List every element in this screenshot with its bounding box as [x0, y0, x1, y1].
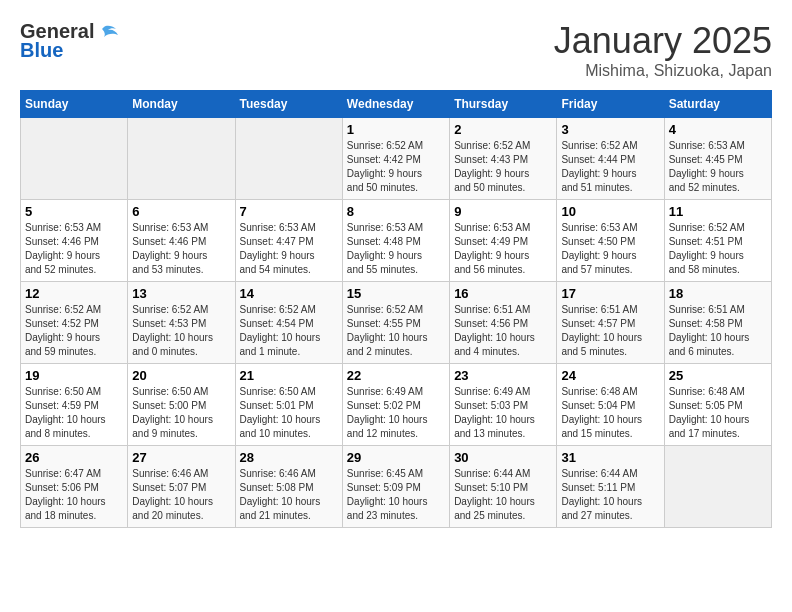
day-cell: 4Sunrise: 6:53 AM Sunset: 4:45 PM Daylig…: [664, 118, 771, 200]
location: Mishima, Shizuoka, Japan: [554, 62, 772, 80]
day-info: Sunrise: 6:52 AM Sunset: 4:53 PM Dayligh…: [132, 303, 230, 359]
column-header-friday: Friday: [557, 91, 664, 118]
day-number: 2: [454, 122, 552, 137]
day-cell: 5Sunrise: 6:53 AM Sunset: 4:46 PM Daylig…: [21, 200, 128, 282]
day-info: Sunrise: 6:53 AM Sunset: 4:49 PM Dayligh…: [454, 221, 552, 277]
day-cell: 17Sunrise: 6:51 AM Sunset: 4:57 PM Dayli…: [557, 282, 664, 364]
month-title: January 2025: [554, 20, 772, 62]
logo-bird-icon: [96, 23, 118, 41]
day-info: Sunrise: 6:50 AM Sunset: 5:01 PM Dayligh…: [240, 385, 338, 441]
day-number: 15: [347, 286, 445, 301]
day-cell: 2Sunrise: 6:52 AM Sunset: 4:43 PM Daylig…: [450, 118, 557, 200]
day-info: Sunrise: 6:51 AM Sunset: 4:58 PM Dayligh…: [669, 303, 767, 359]
day-cell: 27Sunrise: 6:46 AM Sunset: 5:07 PM Dayli…: [128, 446, 235, 528]
day-number: 10: [561, 204, 659, 219]
day-info: Sunrise: 6:53 AM Sunset: 4:50 PM Dayligh…: [561, 221, 659, 277]
day-cell: 19Sunrise: 6:50 AM Sunset: 4:59 PM Dayli…: [21, 364, 128, 446]
column-header-saturday: Saturday: [664, 91, 771, 118]
day-cell: 10Sunrise: 6:53 AM Sunset: 4:50 PM Dayli…: [557, 200, 664, 282]
logo-blue: Blue: [20, 39, 118, 62]
day-info: Sunrise: 6:51 AM Sunset: 4:57 PM Dayligh…: [561, 303, 659, 359]
day-cell: 31Sunrise: 6:44 AM Sunset: 5:11 PM Dayli…: [557, 446, 664, 528]
day-number: 27: [132, 450, 230, 465]
header-row: SundayMondayTuesdayWednesdayThursdayFrid…: [21, 91, 772, 118]
week-row-1: 1Sunrise: 6:52 AM Sunset: 4:42 PM Daylig…: [21, 118, 772, 200]
day-number: 18: [669, 286, 767, 301]
day-cell: 3Sunrise: 6:52 AM Sunset: 4:44 PM Daylig…: [557, 118, 664, 200]
day-info: Sunrise: 6:49 AM Sunset: 5:02 PM Dayligh…: [347, 385, 445, 441]
day-number: 4: [669, 122, 767, 137]
day-cell: 11Sunrise: 6:52 AM Sunset: 4:51 PM Dayli…: [664, 200, 771, 282]
header: General Blue January 2025 Mishima, Shizu…: [20, 20, 772, 80]
column-header-tuesday: Tuesday: [235, 91, 342, 118]
day-number: 14: [240, 286, 338, 301]
day-info: Sunrise: 6:53 AM Sunset: 4:47 PM Dayligh…: [240, 221, 338, 277]
day-cell: [128, 118, 235, 200]
title-area: January 2025 Mishima, Shizuoka, Japan: [554, 20, 772, 80]
day-info: Sunrise: 6:48 AM Sunset: 5:05 PM Dayligh…: [669, 385, 767, 441]
day-cell: 13Sunrise: 6:52 AM Sunset: 4:53 PM Dayli…: [128, 282, 235, 364]
day-cell: 14Sunrise: 6:52 AM Sunset: 4:54 PM Dayli…: [235, 282, 342, 364]
day-cell: 24Sunrise: 6:48 AM Sunset: 5:04 PM Dayli…: [557, 364, 664, 446]
day-cell: 12Sunrise: 6:52 AM Sunset: 4:52 PM Dayli…: [21, 282, 128, 364]
day-number: 24: [561, 368, 659, 383]
day-cell: 28Sunrise: 6:46 AM Sunset: 5:08 PM Dayli…: [235, 446, 342, 528]
day-number: 5: [25, 204, 123, 219]
day-info: Sunrise: 6:50 AM Sunset: 5:00 PM Dayligh…: [132, 385, 230, 441]
day-cell: [664, 446, 771, 528]
day-cell: 25Sunrise: 6:48 AM Sunset: 5:05 PM Dayli…: [664, 364, 771, 446]
day-number: 9: [454, 204, 552, 219]
day-cell: 18Sunrise: 6:51 AM Sunset: 4:58 PM Dayli…: [664, 282, 771, 364]
day-number: 30: [454, 450, 552, 465]
day-cell: 29Sunrise: 6:45 AM Sunset: 5:09 PM Dayli…: [342, 446, 449, 528]
day-number: 16: [454, 286, 552, 301]
day-info: Sunrise: 6:52 AM Sunset: 4:55 PM Dayligh…: [347, 303, 445, 359]
day-number: 7: [240, 204, 338, 219]
day-info: Sunrise: 6:45 AM Sunset: 5:09 PM Dayligh…: [347, 467, 445, 523]
day-number: 1: [347, 122, 445, 137]
day-cell: 8Sunrise: 6:53 AM Sunset: 4:48 PM Daylig…: [342, 200, 449, 282]
day-info: Sunrise: 6:52 AM Sunset: 4:44 PM Dayligh…: [561, 139, 659, 195]
column-header-monday: Monday: [128, 91, 235, 118]
day-info: Sunrise: 6:52 AM Sunset: 4:43 PM Dayligh…: [454, 139, 552, 195]
day-info: Sunrise: 6:53 AM Sunset: 4:48 PM Dayligh…: [347, 221, 445, 277]
day-cell: 1Sunrise: 6:52 AM Sunset: 4:42 PM Daylig…: [342, 118, 449, 200]
day-cell: 15Sunrise: 6:52 AM Sunset: 4:55 PM Dayli…: [342, 282, 449, 364]
day-number: 31: [561, 450, 659, 465]
day-info: Sunrise: 6:44 AM Sunset: 5:10 PM Dayligh…: [454, 467, 552, 523]
day-cell: 6Sunrise: 6:53 AM Sunset: 4:46 PM Daylig…: [128, 200, 235, 282]
week-row-3: 12Sunrise: 6:52 AM Sunset: 4:52 PM Dayli…: [21, 282, 772, 364]
day-cell: 26Sunrise: 6:47 AM Sunset: 5:06 PM Dayli…: [21, 446, 128, 528]
day-info: Sunrise: 6:53 AM Sunset: 4:46 PM Dayligh…: [25, 221, 123, 277]
day-cell: 9Sunrise: 6:53 AM Sunset: 4:49 PM Daylig…: [450, 200, 557, 282]
day-info: Sunrise: 6:46 AM Sunset: 5:07 PM Dayligh…: [132, 467, 230, 523]
day-number: 29: [347, 450, 445, 465]
day-number: 21: [240, 368, 338, 383]
calendar-table: SundayMondayTuesdayWednesdayThursdayFrid…: [20, 90, 772, 528]
day-info: Sunrise: 6:48 AM Sunset: 5:04 PM Dayligh…: [561, 385, 659, 441]
day-cell: 30Sunrise: 6:44 AM Sunset: 5:10 PM Dayli…: [450, 446, 557, 528]
week-row-5: 26Sunrise: 6:47 AM Sunset: 5:06 PM Dayli…: [21, 446, 772, 528]
day-info: Sunrise: 6:52 AM Sunset: 4:54 PM Dayligh…: [240, 303, 338, 359]
day-info: Sunrise: 6:50 AM Sunset: 4:59 PM Dayligh…: [25, 385, 123, 441]
day-number: 6: [132, 204, 230, 219]
day-cell: 22Sunrise: 6:49 AM Sunset: 5:02 PM Dayli…: [342, 364, 449, 446]
week-row-4: 19Sunrise: 6:50 AM Sunset: 4:59 PM Dayli…: [21, 364, 772, 446]
day-info: Sunrise: 6:52 AM Sunset: 4:42 PM Dayligh…: [347, 139, 445, 195]
day-number: 22: [347, 368, 445, 383]
day-cell: 7Sunrise: 6:53 AM Sunset: 4:47 PM Daylig…: [235, 200, 342, 282]
day-number: 3: [561, 122, 659, 137]
column-header-wednesday: Wednesday: [342, 91, 449, 118]
day-info: Sunrise: 6:44 AM Sunset: 5:11 PM Dayligh…: [561, 467, 659, 523]
day-cell: 23Sunrise: 6:49 AM Sunset: 5:03 PM Dayli…: [450, 364, 557, 446]
day-number: 11: [669, 204, 767, 219]
day-info: Sunrise: 6:47 AM Sunset: 5:06 PM Dayligh…: [25, 467, 123, 523]
day-cell: [235, 118, 342, 200]
day-info: Sunrise: 6:46 AM Sunset: 5:08 PM Dayligh…: [240, 467, 338, 523]
day-number: 12: [25, 286, 123, 301]
day-number: 28: [240, 450, 338, 465]
day-info: Sunrise: 6:49 AM Sunset: 5:03 PM Dayligh…: [454, 385, 552, 441]
day-number: 19: [25, 368, 123, 383]
day-info: Sunrise: 6:53 AM Sunset: 4:46 PM Dayligh…: [132, 221, 230, 277]
day-cell: 21Sunrise: 6:50 AM Sunset: 5:01 PM Dayli…: [235, 364, 342, 446]
